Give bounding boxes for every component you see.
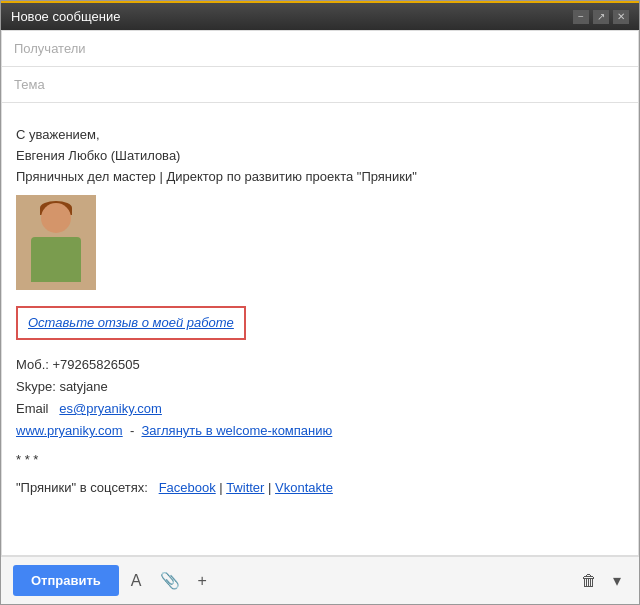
chevron-button[interactable]: ▾ xyxy=(607,567,627,594)
email-label: Email xyxy=(16,401,49,416)
vkontakte-link[interactable]: Vkontakte xyxy=(275,480,333,495)
send-button[interactable]: Отправить xyxy=(13,565,119,596)
avatar xyxy=(16,195,96,290)
review-box[interactable]: Оставьте отзыв о моей работе xyxy=(16,306,246,340)
website-link[interactable]: www.pryaniky.com xyxy=(16,423,123,438)
stars-line: * * * xyxy=(16,450,624,470)
signature-block: С уважением, Евгения Любко (Шатилова) Пр… xyxy=(16,125,624,497)
skype-value: satyjane xyxy=(59,379,107,394)
mobile-label: Моб.: xyxy=(16,357,49,372)
title-bar: Новое сообщение − ↗ ✕ xyxy=(1,1,639,30)
toolbar: Отправить A 📎 + 🗑 ▾ xyxy=(1,556,639,604)
window-title: Новое сообщение xyxy=(11,9,120,24)
email-link[interactable]: es@pryaniky.com xyxy=(59,401,162,416)
to-field-row[interactable] xyxy=(2,31,638,67)
title-line: Пряничных дел мастер | Директор по разви… xyxy=(16,167,624,188)
window-controls: − ↗ ✕ xyxy=(573,10,629,24)
website-line: www.pryaniky.com - Заглянуть в welcome-к… xyxy=(16,420,624,442)
toolbar-right: 🗑 ▾ xyxy=(575,567,627,594)
body-area[interactable]: С уважением, Евгения Любко (Шатилова) Пр… xyxy=(2,103,638,555)
compose-area: С уважением, Евгения Любко (Шатилова) Пр… xyxy=(1,30,639,556)
skype-line: Skype: satyjane xyxy=(16,376,624,398)
restore-button[interactable]: ↗ xyxy=(593,10,609,24)
subject-field-row[interactable] xyxy=(2,67,638,103)
mobile-line: Моб.: +79265826505 xyxy=(16,354,624,376)
subject-input[interactable] xyxy=(14,77,626,92)
mobile-value: +79265826505 xyxy=(53,357,140,372)
avatar-figure xyxy=(16,195,96,290)
minimize-button[interactable]: − xyxy=(573,10,589,24)
close-button[interactable]: ✕ xyxy=(613,10,629,24)
compose-window: Новое сообщение − ↗ ✕ С уважением, Евген… xyxy=(0,0,640,605)
to-input[interactable] xyxy=(14,41,626,56)
toolbar-left: Отправить A 📎 + xyxy=(13,565,213,596)
social-line: "Пряники" в соцсетях: Facebook | Twitter… xyxy=(16,478,624,498)
contact-info: Моб.: +79265826505 Skype: satyjane Email… xyxy=(16,354,624,442)
greeting-line: С уважением, xyxy=(16,125,624,146)
avatar-head xyxy=(41,203,71,233)
email-line: Email es@pryaniky.com xyxy=(16,398,624,420)
welcome-link[interactable]: Заглянуть в welcome-компанию xyxy=(141,423,332,438)
delete-button[interactable]: 🗑 xyxy=(575,568,603,594)
twitter-link[interactable]: Twitter xyxy=(226,480,264,495)
more-options-button[interactable]: + xyxy=(192,568,213,594)
separator-2: | xyxy=(268,480,275,495)
name-line: Евгения Любко (Шатилова) xyxy=(16,146,624,167)
review-link[interactable]: Оставьте отзыв о моей работе xyxy=(28,315,234,330)
skype-label: Skype: xyxy=(16,379,56,394)
avatar-body xyxy=(31,237,81,282)
facebook-link[interactable]: Facebook xyxy=(159,480,216,495)
format-button[interactable]: A xyxy=(125,568,148,594)
social-prefix: "Пряники" в соцсетях: xyxy=(16,480,148,495)
attach-button[interactable]: 📎 xyxy=(154,567,186,594)
